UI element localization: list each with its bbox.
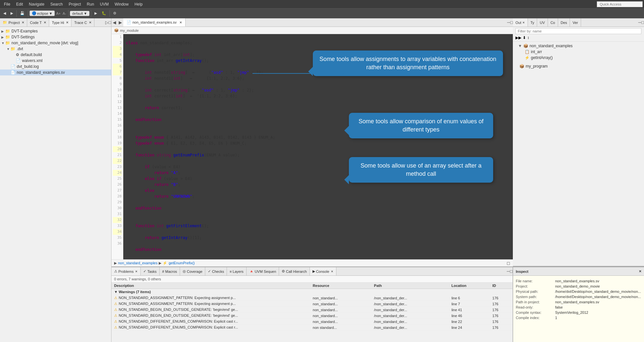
menu-window[interactable]: Window xyxy=(112,1,131,7)
left-panel-maximize[interactable]: □ xyxy=(109,18,111,27)
tab-uv[interactable]: UV xyxy=(537,18,548,27)
menu-run[interactable]: Run xyxy=(84,1,97,7)
toolbar-forward[interactable]: ▶ xyxy=(9,10,15,16)
menu-help[interactable]: Help xyxy=(132,1,145,7)
uvm-icon: 🔺 xyxy=(249,269,254,273)
menu-uvm[interactable]: UVM xyxy=(97,1,111,7)
tab-trace-c[interactable]: Trace C ✕ xyxy=(71,18,94,27)
typedef-icon: 📋 xyxy=(525,50,530,54)
toolbar-run[interactable]: ▶ xyxy=(92,10,99,16)
row-desc: ⚠NON_STANDARD_BEGIN_END_OUTSIDE_GENERATE… xyxy=(111,313,310,319)
row-path: /non_standard_der... xyxy=(372,295,449,301)
table-row[interactable]: ⚠NON_STANDARD_ASSIGNMENT_PATTERN: Expect… xyxy=(111,295,513,301)
folder-icon-4: 📁 xyxy=(10,47,15,51)
outline-minimize[interactable]: ─ xyxy=(638,18,641,27)
out-tab-close[interactable]: ✕ xyxy=(522,21,525,24)
table-row[interactable]: ⚠NON_STANDARD_DIFFERENT_ENUMS_COMPARISON… xyxy=(111,325,513,331)
outline-panel: Out ✕ Ty UV Co Des Ver ─ □ xyxy=(513,18,644,267)
nav-breadcrumb-1[interactable]: non_standard_examples xyxy=(118,261,157,265)
top-area: ◀ ▶ 📄 non_standard_examples.sv ✕ ─ □ 📦 m… xyxy=(111,18,644,267)
editor-maximize[interactable]: □ xyxy=(510,18,513,27)
tree-item-demo-movie[interactable]: ▼ 📁 non_standard_demo_movie [dvt: vlog] xyxy=(0,40,111,46)
inspect-close[interactable]: ✕ xyxy=(639,270,641,273)
outline-item-1[interactable]: ▼ 📦 non_standard_examples xyxy=(513,43,644,49)
menu-navigate[interactable]: Navigate xyxy=(26,1,47,7)
tab-des[interactable]: Des xyxy=(558,18,570,27)
nav-breadcrumb-2[interactable]: getEnumPrefix() xyxy=(169,261,194,265)
menu-edit[interactable]: Edit xyxy=(13,1,26,7)
inspect-row-filename: File name: non_standard_examples.sv xyxy=(516,278,641,284)
table-row[interactable]: ⚠NON_STANDARD_DIFFERENT_ENUMS_COMPARISON… xyxy=(111,319,513,325)
menu-project[interactable]: Project xyxy=(66,1,83,7)
tab-ver[interactable]: Ver xyxy=(570,18,581,27)
table-row[interactable]: ⚠NON_STANDARD_BEGIN_END_OUTSIDE_GENERATE… xyxy=(111,307,513,313)
toolbar-save[interactable]: 💾 xyxy=(18,10,27,16)
codet-tab-close[interactable]: ✕ xyxy=(44,21,46,24)
tab-type-hi[interactable]: Type Hi ✕ xyxy=(49,18,71,27)
settings-file-icon: ⚙ xyxy=(16,52,19,57)
sv-tab-icon: 📄 xyxy=(127,20,131,25)
editor-nav-back[interactable]: ◀ xyxy=(111,18,117,27)
col-id: ID xyxy=(490,283,513,289)
nav-expand-btn[interactable]: ◻ xyxy=(507,261,510,266)
problems-close[interactable]: ✕ xyxy=(135,270,138,273)
tracec-tab-close[interactable]: ✕ xyxy=(89,21,91,24)
outline-maximize[interactable]: □ xyxy=(641,18,644,27)
tab-console[interactable]: ▶ Console ✕ xyxy=(310,267,336,275)
table-row[interactable]: ⚠NON_STANDARD_ASSIGNMENT_PATTERN: Expect… xyxy=(111,301,513,307)
function-icon: ⚡ xyxy=(525,55,530,60)
bottom-maximize[interactable]: □ xyxy=(510,267,513,275)
console-close[interactable]: ✕ xyxy=(331,270,333,273)
center-section: ◀ ▶ 📄 non_standard_examples.sv ✕ ─ □ 📦 m… xyxy=(111,18,644,342)
sv-tab-close[interactable]: ✕ xyxy=(179,21,182,24)
tree-item-dvt-settings[interactable]: ▶ 📁 DVT-Settings xyxy=(0,34,111,40)
tab-tasks[interactable]: ✓ Tasks xyxy=(141,267,159,275)
outline-item-getintarray[interactable]: ⚡ getIntArray() xyxy=(513,55,644,61)
warnings-group[interactable]: ▼ Warnings (7 items) xyxy=(111,289,513,295)
breadcrumb-module[interactable]: my_module xyxy=(120,29,139,32)
tree-item-default-build[interactable]: ⚙ default.build xyxy=(0,52,111,58)
bottom-panel: ⚠ Problems ✕ ✓ Tasks # Macros ◎ Covera xyxy=(111,267,644,342)
tab-coverage[interactable]: ◎ Coverage xyxy=(180,267,206,275)
tree-item-build-log[interactable]: 📄 dvt_build.log xyxy=(0,64,111,70)
menu-file[interactable]: File xyxy=(1,1,13,7)
outline-btn-1[interactable]: ▶▶ xyxy=(515,35,521,40)
editor-minimize[interactable]: ─ xyxy=(507,18,510,27)
tab-co[interactable]: Co xyxy=(548,18,558,27)
tab-layers[interactable]: ≡ Layers xyxy=(227,267,246,275)
table-row[interactable]: ⚠NON_STANDARD_BEGIN_END_OUTSIDE_GENERATE… xyxy=(111,313,513,319)
code-content[interactable]: class non_standard_examples; typedef int… xyxy=(123,34,278,259)
outline-item-int-arr[interactable]: 📋 int_arr xyxy=(513,49,644,55)
bottom-minimize[interactable]: ─ xyxy=(507,267,510,275)
tab-ty[interactable]: Ty xyxy=(528,18,537,27)
toolbar-settings[interactable]: ⚙ xyxy=(111,10,118,16)
row-resource: non_standard... xyxy=(310,313,372,319)
tree-item-dvt-folder[interactable]: ▼ 📁 .dvt xyxy=(0,46,111,52)
editor-nav-forward[interactable]: ▶ xyxy=(117,18,123,27)
tree-item-dvt-examples[interactable]: ▶ 📁 DVT-Examples xyxy=(0,28,111,34)
tab-checks[interactable]: ✓ Checks xyxy=(205,267,227,275)
outline-filter-input[interactable] xyxy=(515,28,641,34)
tab-code-t[interactable]: Code T ✕ xyxy=(27,18,49,27)
editor-tab-sv[interactable]: 📄 non_standard_examples.sv ✕ xyxy=(123,18,186,27)
code-container[interactable]: 12345 678910 1112131415 1617181920 21222… xyxy=(111,34,278,259)
tab-call-hierarch[interactable]: ⚙ Call Hierarch xyxy=(279,267,310,275)
outline-btn-2[interactable]: ⬇ xyxy=(523,35,526,40)
menu-search[interactable]: Search xyxy=(48,1,65,7)
tree-item-waivers[interactable]: 📄 waivers.xml xyxy=(0,58,111,64)
left-panel-collapse[interactable]: ▷ xyxy=(105,18,109,27)
tab-macros[interactable]: # Macros xyxy=(160,267,180,275)
project-tab-close[interactable]: ✕ xyxy=(22,21,24,24)
tree-item-sv-file[interactable]: 📄 non_standard_examples.sv xyxy=(0,70,111,75)
outline-item-myprogram[interactable]: 📦 my_program xyxy=(513,63,644,69)
tab-problems[interactable]: ⚠ Problems ✕ xyxy=(111,267,141,275)
tab-project[interactable]: 📁 Project ✕ xyxy=(0,18,27,27)
outline-btn-3[interactable]: ↕ xyxy=(527,35,529,40)
quick-access-input[interactable] xyxy=(597,1,643,7)
toolbar-debug[interactable]: 🐛 xyxy=(100,10,108,16)
tab-uvm-sequen[interactable]: 🔺 UVM Sequen xyxy=(247,267,279,275)
inspect-row-readonly: Read-only: false xyxy=(516,305,641,310)
typehi-tab-close[interactable]: ✕ xyxy=(66,21,69,24)
toolbar-back[interactable]: ◀ xyxy=(1,10,8,16)
tab-out[interactable]: Out ✕ xyxy=(513,18,528,27)
